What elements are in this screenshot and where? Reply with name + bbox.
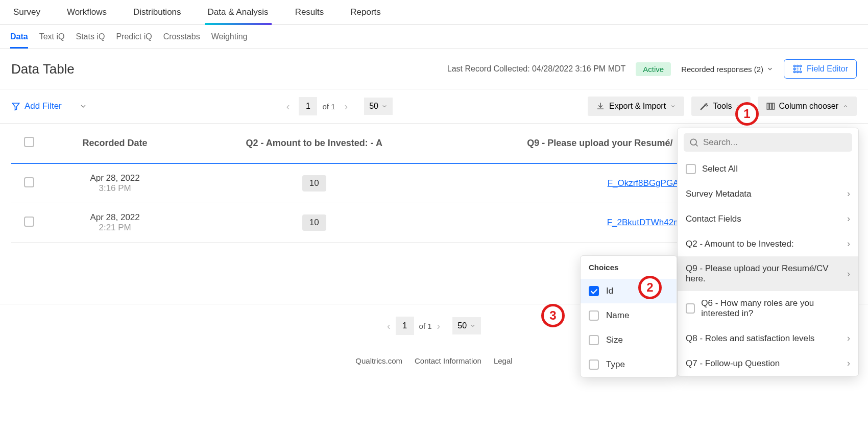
chevron-right-icon: › bbox=[847, 333, 850, 344]
choices-popover: Choices Id Name Size Type bbox=[580, 255, 677, 377]
group-label: Q6 - How many roles are you interested i… bbox=[701, 298, 850, 319]
chevron-down-icon bbox=[766, 65, 774, 73]
page-title: Data Table bbox=[11, 61, 75, 77]
choice-type[interactable]: Type bbox=[581, 352, 677, 377]
nav-workflows[interactable]: Workflows bbox=[64, 0, 110, 25]
link-legal[interactable]: Legal bbox=[494, 356, 513, 365]
column-chooser-button[interactable]: Column chooser bbox=[758, 97, 857, 116]
page-of-text: of 1 bbox=[322, 102, 335, 111]
chevron-down-icon bbox=[670, 103, 676, 109]
group-q7[interactable]: Q7 - Follow-up Question › bbox=[678, 351, 858, 376]
link-contact[interactable]: Contact Information bbox=[415, 356, 481, 365]
annotation-2: 2 bbox=[638, 276, 662, 299]
column-search-input[interactable] bbox=[703, 137, 847, 148]
select-all-label: Select All bbox=[702, 164, 738, 174]
chevron-down-icon[interactable] bbox=[79, 102, 87, 110]
search-icon bbox=[689, 137, 699, 148]
select-all-row[interactable]: Select All bbox=[678, 157, 858, 181]
svg-rect-8 bbox=[767, 103, 769, 109]
group-contact-fields[interactable]: Contact Fields › bbox=[678, 206, 858, 231]
add-filter-label: Add Filter bbox=[25, 101, 62, 111]
choice-name[interactable]: Name bbox=[581, 303, 677, 328]
choice-label: Type bbox=[606, 360, 625, 370]
amount-value: 10 bbox=[302, 214, 326, 231]
amount-value: 10 bbox=[302, 175, 326, 191]
chevron-down-icon bbox=[470, 323, 476, 329]
recorded-responses-dropdown[interactable]: Recorded responses (2) bbox=[681, 65, 774, 74]
choice-size[interactable]: Size bbox=[581, 328, 677, 352]
subnav-crosstabs[interactable]: Crosstabs bbox=[163, 32, 200, 41]
choice-id-checkbox[interactable] bbox=[589, 286, 599, 296]
status-badge: Active bbox=[636, 62, 671, 76]
nav-distributions[interactable]: Distributions bbox=[130, 0, 184, 25]
field-editor-label: Field Editor bbox=[807, 64, 848, 74]
row-checkbox[interactable] bbox=[24, 217, 34, 227]
page-prev-button[interactable]: ‹ bbox=[387, 320, 391, 332]
subnav-weighting[interactable]: Weighting bbox=[211, 32, 248, 41]
group-label: Survey Metadata bbox=[686, 189, 752, 199]
add-filter-button[interactable]: Add Filter bbox=[11, 101, 62, 111]
subnav-textiq[interactable]: Text iQ bbox=[39, 32, 65, 41]
choice-size-checkbox[interactable] bbox=[589, 335, 599, 345]
group-q8[interactable]: Q8 - Roles and satisfaction levels › bbox=[678, 326, 858, 351]
svg-rect-9 bbox=[769, 103, 771, 109]
link-qualtrics[interactable]: Qualtrics.com bbox=[355, 356, 402, 365]
annotation-3: 3 bbox=[541, 304, 565, 327]
subnav-data[interactable]: Data bbox=[10, 32, 28, 49]
page-size-select[interactable]: 50 bbox=[452, 317, 481, 334]
page-input[interactable] bbox=[299, 97, 317, 115]
group-q6[interactable]: Q6 - How many roles are you interested i… bbox=[678, 291, 858, 326]
choice-id[interactable]: Id bbox=[581, 279, 677, 303]
page-input[interactable] bbox=[396, 317, 414, 335]
subnav-statsiq[interactable]: Stats iQ bbox=[76, 32, 105, 41]
choice-name-checkbox[interactable] bbox=[589, 310, 599, 321]
field-editor-button[interactable]: Field Editor bbox=[784, 59, 857, 79]
download-icon bbox=[596, 102, 605, 111]
svg-point-11 bbox=[690, 139, 696, 145]
wrench-icon bbox=[700, 102, 709, 111]
svg-point-0 bbox=[794, 65, 795, 67]
page-size-value: 50 bbox=[369, 102, 378, 111]
group-label: Q8 - Roles and satisfaction levels bbox=[686, 333, 814, 344]
export-import-label: Export & Import bbox=[609, 102, 666, 111]
group-q9[interactable]: Q9 - Please upload your Resumé/CV here. … bbox=[678, 256, 858, 291]
recorded-time: 2:21 PM bbox=[53, 223, 177, 233]
page-size-select[interactable]: 50 bbox=[364, 98, 393, 115]
choice-type-checkbox[interactable] bbox=[589, 360, 599, 370]
main-nav: Survey Workflows Distributions Data & An… bbox=[0, 0, 868, 25]
group-q2[interactable]: Q2 - Amount to be Invested: › bbox=[678, 231, 858, 256]
page-next-button[interactable]: › bbox=[340, 99, 352, 114]
chevron-right-icon: › bbox=[847, 238, 850, 249]
page-next-button[interactable]: › bbox=[437, 320, 441, 332]
export-import-button[interactable]: Export & Import bbox=[588, 97, 684, 116]
tools-label: Tools bbox=[713, 102, 732, 111]
page-prev-button[interactable]: ‹ bbox=[282, 99, 294, 114]
col-q2-amount[interactable]: Q2 - Amount to be Invested: - A bbox=[183, 124, 445, 163]
nav-survey[interactable]: Survey bbox=[10, 0, 43, 25]
last-record-text: Last Record Collected: 04/28/2022 3:16 P… bbox=[447, 64, 626, 74]
recorded-date: Apr 28, 2022 bbox=[53, 173, 177, 183]
svg-line-12 bbox=[696, 145, 698, 147]
row-checkbox[interactable] bbox=[24, 177, 34, 187]
page-header: Data Table Last Record Collected: 04/28/… bbox=[0, 49, 868, 89]
subnav-predictiq[interactable]: Predict iQ bbox=[116, 32, 152, 41]
svg-point-6 bbox=[800, 71, 801, 73]
sub-nav: Data Text iQ Stats iQ Predict iQ Crossta… bbox=[0, 25, 868, 49]
nav-reports[interactable]: Reports bbox=[347, 0, 384, 25]
select-all-columns-checkbox[interactable] bbox=[686, 164, 696, 174]
recorded-date: Apr 28, 2022 bbox=[53, 212, 177, 223]
group-label: Q9 - Please upload your Resumé/CV here. bbox=[686, 264, 847, 284]
column-search[interactable] bbox=[684, 133, 852, 152]
column-chooser-label: Column chooser bbox=[779, 102, 839, 111]
col-recorded-date[interactable]: Recorded Date bbox=[47, 124, 183, 163]
svg-point-1 bbox=[797, 65, 798, 67]
chevron-up-icon bbox=[842, 103, 849, 109]
svg-rect-10 bbox=[772, 103, 774, 109]
q6-checkbox[interactable] bbox=[686, 303, 695, 314]
field-editor-icon bbox=[792, 64, 803, 74]
nav-results[interactable]: Results bbox=[292, 0, 327, 25]
nav-data-analysis[interactable]: Data & Analysis bbox=[205, 0, 272, 25]
group-survey-metadata[interactable]: Survey Metadata › bbox=[678, 181, 858, 206]
page-of-text: of 1 bbox=[419, 322, 432, 330]
select-all-checkbox[interactable] bbox=[24, 137, 34, 147]
